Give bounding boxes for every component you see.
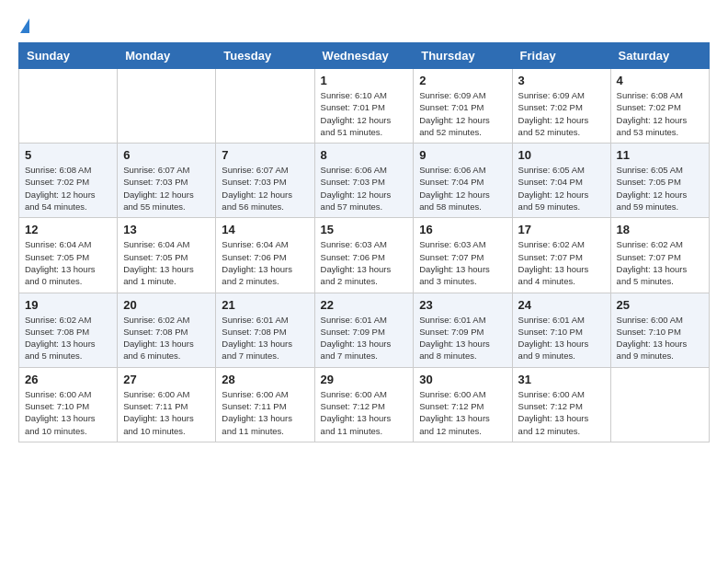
logo-triangle-icon bbox=[20, 18, 29, 33]
calendar-day-26: 26Sunrise: 6:00 AMSunset: 7:10 PMDayligh… bbox=[19, 367, 118, 442]
calendar-day-1: 1Sunrise: 6:10 AMSunset: 7:01 PMDaylight… bbox=[314, 69, 414, 144]
calendar-day-29: 29Sunrise: 6:00 AMSunset: 7:12 PMDayligh… bbox=[314, 367, 414, 442]
day-number: 29 bbox=[321, 373, 408, 386]
day-number: 30 bbox=[419, 373, 506, 386]
day-number: 7 bbox=[222, 148, 308, 162]
day-info: Sunrise: 6:01 AMSunset: 7:08 PMDaylight:… bbox=[222, 314, 308, 362]
calendar-empty-cell bbox=[216, 69, 314, 144]
day-info: Sunrise: 6:02 AMSunset: 7:07 PMDaylight:… bbox=[518, 238, 605, 287]
calendar-day-19: 19Sunrise: 6:02 AMSunset: 7:08 PMDayligh… bbox=[19, 293, 118, 367]
calendar-week-row: 5Sunrise: 6:08 AMSunset: 7:02 PMDaylight… bbox=[19, 144, 710, 218]
day-info: Sunrise: 6:08 AMSunset: 7:02 PMDaylight:… bbox=[25, 164, 111, 213]
day-info: Sunrise: 6:00 AMSunset: 7:10 PMDaylight:… bbox=[617, 314, 703, 362]
day-info: Sunrise: 6:01 AMSunset: 7:09 PMDaylight:… bbox=[321, 314, 408, 362]
day-number: 13 bbox=[123, 223, 210, 236]
day-number: 5 bbox=[25, 148, 111, 162]
day-info: Sunrise: 6:06 AMSunset: 7:04 PMDaylight:… bbox=[419, 164, 506, 213]
day-info: Sunrise: 6:09 AMSunset: 7:02 PMDaylight:… bbox=[518, 89, 605, 138]
day-info: Sunrise: 6:10 AMSunset: 7:01 PMDaylight:… bbox=[321, 89, 408, 138]
day-number: 28 bbox=[222, 373, 308, 386]
calendar-day-21: 21Sunrise: 6:01 AMSunset: 7:08 PMDayligh… bbox=[216, 293, 314, 367]
day-info: Sunrise: 6:00 AMSunset: 7:12 PMDaylight:… bbox=[419, 388, 506, 437]
day-info: Sunrise: 6:07 AMSunset: 7:03 PMDaylight:… bbox=[222, 164, 308, 213]
calendar-day-7: 7Sunrise: 6:07 AMSunset: 7:03 PMDaylight… bbox=[216, 144, 314, 218]
day-number: 1 bbox=[321, 74, 408, 87]
calendar-day-2: 2Sunrise: 6:09 AMSunset: 7:01 PMDaylight… bbox=[414, 69, 512, 144]
calendar-day-24: 24Sunrise: 6:01 AMSunset: 7:10 PMDayligh… bbox=[512, 293, 610, 367]
day-info: Sunrise: 6:00 AMSunset: 7:11 PMDaylight:… bbox=[222, 388, 308, 437]
day-header-monday: Monday bbox=[118, 43, 216, 69]
day-number: 6 bbox=[123, 148, 210, 162]
day-info: Sunrise: 6:03 AMSunset: 7:06 PMDaylight:… bbox=[321, 238, 408, 287]
day-number: 20 bbox=[123, 298, 210, 312]
day-number: 2 bbox=[419, 74, 506, 87]
day-info: Sunrise: 6:04 AMSunset: 7:06 PMDaylight:… bbox=[222, 238, 308, 287]
calendar-day-14: 14Sunrise: 6:04 AMSunset: 7:06 PMDayligh… bbox=[216, 218, 314, 293]
day-number: 23 bbox=[419, 298, 506, 312]
calendar-week-row: 12Sunrise: 6:04 AMSunset: 7:05 PMDayligh… bbox=[19, 218, 710, 293]
day-number: 24 bbox=[518, 298, 605, 312]
day-number: 4 bbox=[617, 74, 703, 87]
calendar-day-3: 3Sunrise: 6:09 AMSunset: 7:02 PMDaylight… bbox=[512, 69, 610, 144]
calendar-day-17: 17Sunrise: 6:02 AMSunset: 7:07 PMDayligh… bbox=[512, 218, 610, 293]
day-number: 25 bbox=[617, 298, 703, 312]
day-number: 11 bbox=[617, 148, 703, 162]
calendar-day-12: 12Sunrise: 6:04 AMSunset: 7:05 PMDayligh… bbox=[19, 218, 118, 293]
calendar-day-23: 23Sunrise: 6:01 AMSunset: 7:09 PMDayligh… bbox=[414, 293, 512, 367]
page-header bbox=[18, 18, 710, 33]
calendar-header-row: SundayMondayTuesdayWednesdayThursdayFrid… bbox=[19, 43, 710, 69]
calendar-day-20: 20Sunrise: 6:02 AMSunset: 7:08 PMDayligh… bbox=[118, 293, 216, 367]
day-number: 3 bbox=[518, 74, 605, 87]
day-info: Sunrise: 6:02 AMSunset: 7:08 PMDaylight:… bbox=[123, 314, 210, 362]
calendar-day-6: 6Sunrise: 6:07 AMSunset: 7:03 PMDaylight… bbox=[118, 144, 216, 218]
day-number: 26 bbox=[25, 373, 111, 386]
calendar-day-13: 13Sunrise: 6:04 AMSunset: 7:05 PMDayligh… bbox=[118, 218, 216, 293]
day-header-tuesday: Tuesday bbox=[216, 43, 314, 69]
logo bbox=[18, 18, 29, 33]
day-info: Sunrise: 6:01 AMSunset: 7:10 PMDaylight:… bbox=[518, 314, 605, 362]
calendar-week-row: 1Sunrise: 6:10 AMSunset: 7:01 PMDaylight… bbox=[19, 69, 710, 144]
day-info: Sunrise: 6:01 AMSunset: 7:09 PMDaylight:… bbox=[419, 314, 506, 362]
calendar-day-25: 25Sunrise: 6:00 AMSunset: 7:10 PMDayligh… bbox=[610, 293, 709, 367]
day-info: Sunrise: 6:00 AMSunset: 7:12 PMDaylight:… bbox=[321, 388, 408, 437]
day-number: 18 bbox=[617, 223, 703, 236]
day-number: 16 bbox=[419, 223, 506, 236]
calendar-table: SundayMondayTuesdayWednesdayThursdayFrid… bbox=[18, 42, 710, 442]
calendar-day-31: 31Sunrise: 6:00 AMSunset: 7:12 PMDayligh… bbox=[512, 367, 610, 442]
day-number: 21 bbox=[222, 298, 308, 312]
day-number: 31 bbox=[518, 373, 605, 386]
day-number: 19 bbox=[25, 298, 111, 312]
calendar-week-row: 19Sunrise: 6:02 AMSunset: 7:08 PMDayligh… bbox=[19, 293, 710, 367]
calendar-day-27: 27Sunrise: 6:00 AMSunset: 7:11 PMDayligh… bbox=[118, 367, 216, 442]
day-info: Sunrise: 6:04 AMSunset: 7:05 PMDaylight:… bbox=[25, 238, 111, 287]
day-header-sunday: Sunday bbox=[19, 43, 118, 69]
day-info: Sunrise: 6:03 AMSunset: 7:07 PMDaylight:… bbox=[419, 238, 506, 287]
day-number: 17 bbox=[518, 223, 605, 236]
day-info: Sunrise: 6:02 AMSunset: 7:07 PMDaylight:… bbox=[617, 238, 703, 287]
day-header-thursday: Thursday bbox=[414, 43, 512, 69]
calendar-day-10: 10Sunrise: 6:05 AMSunset: 7:04 PMDayligh… bbox=[512, 144, 610, 218]
day-info: Sunrise: 6:05 AMSunset: 7:05 PMDaylight:… bbox=[617, 164, 703, 213]
day-info: Sunrise: 6:05 AMSunset: 7:04 PMDaylight:… bbox=[518, 164, 605, 213]
day-header-saturday: Saturday bbox=[610, 43, 709, 69]
calendar-empty-cell bbox=[19, 69, 118, 144]
day-number: 15 bbox=[321, 223, 408, 236]
calendar-empty-cell bbox=[610, 367, 709, 442]
calendar-empty-cell bbox=[118, 69, 216, 144]
day-number: 8 bbox=[321, 148, 408, 162]
calendar-day-8: 8Sunrise: 6:06 AMSunset: 7:03 PMDaylight… bbox=[314, 144, 414, 218]
day-number: 22 bbox=[321, 298, 408, 312]
calendar-day-18: 18Sunrise: 6:02 AMSunset: 7:07 PMDayligh… bbox=[610, 218, 709, 293]
day-header-friday: Friday bbox=[512, 43, 610, 69]
day-number: 10 bbox=[518, 148, 605, 162]
calendar-day-5: 5Sunrise: 6:08 AMSunset: 7:02 PMDaylight… bbox=[19, 144, 118, 218]
calendar-day-4: 4Sunrise: 6:08 AMSunset: 7:02 PMDaylight… bbox=[610, 69, 709, 144]
day-number: 27 bbox=[123, 373, 210, 386]
day-number: 9 bbox=[419, 148, 506, 162]
day-info: Sunrise: 6:06 AMSunset: 7:03 PMDaylight:… bbox=[321, 164, 408, 213]
day-header-wednesday: Wednesday bbox=[314, 43, 414, 69]
day-info: Sunrise: 6:09 AMSunset: 7:01 PMDaylight:… bbox=[419, 89, 506, 138]
calendar-day-28: 28Sunrise: 6:00 AMSunset: 7:11 PMDayligh… bbox=[216, 367, 314, 442]
calendar-day-16: 16Sunrise: 6:03 AMSunset: 7:07 PMDayligh… bbox=[414, 218, 512, 293]
calendar-day-15: 15Sunrise: 6:03 AMSunset: 7:06 PMDayligh… bbox=[314, 218, 414, 293]
